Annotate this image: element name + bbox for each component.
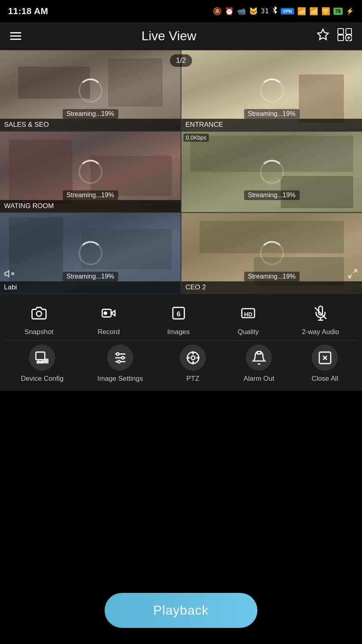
camera-cell-6[interactable]: Streaming...19% CEO 2 — [181, 213, 362, 293]
svg-point-34 — [117, 360, 120, 363]
video-cam-icon: 📹 — [237, 7, 246, 16]
camera-name-2: ENTRANCE — [181, 119, 362, 131]
streaming-label-6: Streaming...19% — [244, 272, 299, 281]
svg-point-16 — [104, 312, 107, 314]
camera-cell-3[interactable]: Streaming...19% WATING ROOM — [0, 132, 181, 212]
svg-point-36 — [191, 356, 195, 360]
cat-icon: 🐱 — [249, 7, 258, 16]
two-way-audio-label: 2-way Audio — [302, 328, 339, 336]
svg-rect-2 — [346, 29, 352, 34]
page-title: Live View — [142, 29, 196, 43]
close-all-label: Close All — [312, 375, 338, 383]
toolbar-primary: Snapshot Record 6 Images — [0, 293, 362, 391]
alarm-out-icon — [246, 345, 272, 371]
alarm-icon: ⏰ — [225, 7, 234, 16]
camera-grid: 1/2 Streaming...19% SALES & SEO Streamin… — [0, 50, 362, 293]
camera-name-1: SALES & SEO — [0, 119, 181, 131]
favorite-button[interactable] — [317, 28, 329, 44]
toolbar-row-1: Snapshot Record 6 Images — [4, 302, 358, 336]
playback-button[interactable]: Playback — [105, 593, 257, 628]
alarm-out-label: Alarm Out — [243, 375, 274, 383]
camera-name-3: WATING ROOM — [0, 200, 181, 212]
svg-marker-8 — [5, 270, 9, 277]
status-icons: 🔕 ⏰ 📹 🐱 31 VPN 📶 📶 🛜 78 ⚡ — [213, 6, 354, 16]
loading-spinner-5 — [78, 241, 103, 265]
two-way-audio-button[interactable]: 2-way Audio — [302, 302, 339, 336]
quality-label: Quality — [238, 328, 259, 336]
svg-marker-0 — [318, 29, 329, 39]
snapshot-button[interactable]: Snapshot — [23, 302, 55, 336]
svg-line-12 — [349, 275, 352, 278]
streaming-label-2: Streaming...19% — [244, 109, 299, 119]
loading-spinner-1 — [78, 78, 103, 103]
svg-point-13 — [36, 311, 41, 316]
svg-rect-3 — [338, 35, 343, 41]
svg-rect-26 — [37, 361, 43, 363]
svg-text:HD: HD — [244, 311, 253, 317]
two-way-audio-icon — [309, 302, 331, 324]
svg-text:6: 6 — [177, 310, 181, 318]
streaming-label-3: Streaming...19% — [62, 190, 118, 200]
mute-icon — [4, 268, 14, 281]
toolbar-divider — [4, 340, 358, 341]
loading-spinner-6 — [260, 241, 284, 265]
expand-icon[interactable] — [348, 268, 358, 281]
record-label: Record — [98, 328, 120, 336]
streaming-label-5: Streaming...19% — [62, 272, 118, 281]
kbps-label: 0.0Kbps — [183, 134, 209, 142]
loading-spinner-4 — [260, 160, 284, 184]
image-settings-icon — [107, 345, 133, 371]
vpn-badge: VPN — [281, 8, 294, 14]
wifi-icon: 🛜 — [321, 7, 330, 16]
streaming-label-4: Streaming...19% — [244, 190, 299, 200]
streaming-label-1: Streaming...19% — [62, 109, 118, 119]
svg-rect-1 — [338, 29, 343, 34]
svg-line-11 — [354, 270, 357, 273]
record-icon — [98, 302, 120, 324]
close-all-button[interactable]: Close All — [309, 345, 341, 383]
camera-name-6: CEO 2 — [181, 281, 362, 293]
snapshot-label: Snapshot — [25, 328, 53, 336]
quality-button[interactable]: HD Quality — [232, 302, 264, 336]
camera-cell-1[interactable]: Streaming...19% SALES & SEO — [0, 50, 181, 131]
playback-container: Playback — [105, 593, 257, 628]
camera-name-5: Labi — [0, 281, 181, 293]
svg-point-28 — [45, 360, 47, 361]
images-icon: 6 — [167, 302, 189, 324]
header-actions — [317, 28, 352, 44]
status-number: 31 — [261, 7, 269, 15]
device-config-button[interactable]: Device Config — [21, 345, 64, 383]
close-all-icon — [312, 345, 338, 371]
camera-cell-2[interactable]: Streaming...19% ENTRANCE — [181, 50, 362, 131]
signal-bars-1: 📶 — [297, 7, 306, 16]
toolbar-row-2: Device Config Image Settings — [4, 345, 358, 383]
snapshot-icon — [28, 302, 50, 324]
ptz-label: PTZ — [187, 375, 200, 383]
multiview-button[interactable] — [337, 28, 352, 44]
header: Live View — [0, 22, 362, 50]
page-indicator: 1/2 — [170, 54, 192, 67]
camera-cell-4[interactable]: Streaming...19% 0.0Kbps — [181, 132, 362, 212]
status-time: 11:18 AM — [8, 6, 48, 17]
ptz-icon — [180, 345, 206, 371]
menu-button[interactable] — [10, 32, 21, 40]
camera-cell-5[interactable]: Streaming...19% Labi — [0, 213, 181, 293]
notification-mute-icon: 🔕 — [213, 7, 222, 16]
images-label: Images — [167, 328, 190, 336]
images-button[interactable]: 6 Images — [162, 302, 195, 336]
signal-bars-2: 📶 — [309, 7, 318, 16]
loading-spinner-3 — [78, 160, 103, 184]
device-config-icon — [29, 345, 55, 371]
battery-icon: 78 — [333, 8, 343, 15]
ptz-button[interactable]: PTZ — [177, 345, 209, 383]
device-config-label: Device Config — [21, 375, 64, 383]
bluetooth-icon — [272, 6, 278, 16]
svg-point-32 — [116, 353, 119, 355]
status-bar: 11:18 AM 🔕 ⏰ 📹 🐱 31 VPN 📶 📶 🛜 78 ⚡ — [0, 0, 362, 22]
record-button[interactable]: Record — [93, 302, 125, 336]
svg-rect-24 — [36, 352, 45, 359]
alarm-out-button[interactable]: Alarm Out — [243, 345, 275, 383]
charging-icon: ⚡ — [346, 7, 354, 15]
quality-icon: HD — [237, 302, 259, 324]
image-settings-button[interactable]: Image Settings — [97, 345, 143, 383]
